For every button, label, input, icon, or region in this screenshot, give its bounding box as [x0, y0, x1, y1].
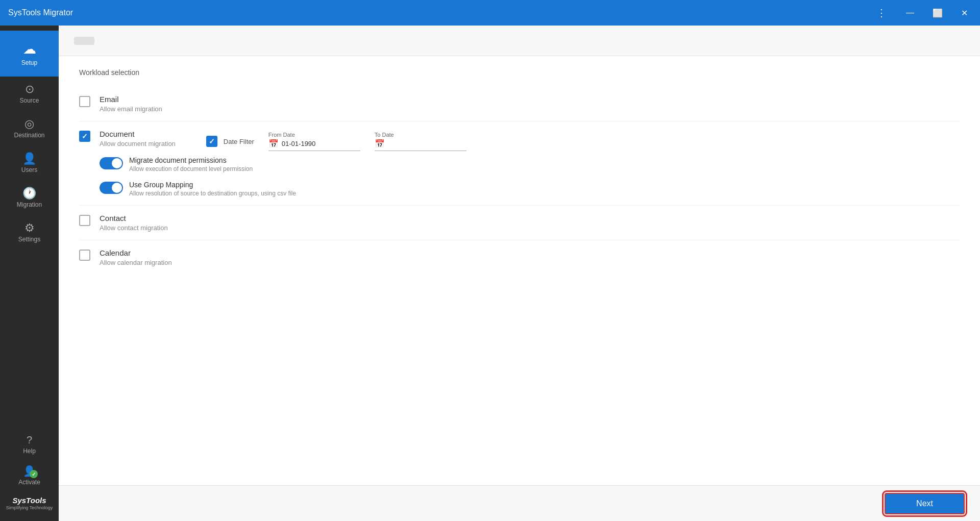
email-checkbox[interactable]: [79, 96, 90, 107]
sidebar-item-users[interactable]: 👤 Users: [0, 146, 59, 181]
sidebar-item-source[interactable]: ⊙ Source: [0, 77, 59, 111]
sidebar-item-setup[interactable]: ☁ Setup: [0, 31, 59, 77]
permissions-text: Migrate document permissions Allow execu…: [129, 156, 253, 172]
sidebar-item-activate-label: Activate: [18, 479, 40, 486]
brand-sub: Simplifying Technology: [6, 505, 53, 511]
titlebar: SysTools Migrator ⋮ — ⬜ ✕: [0, 0, 980, 26]
cloud-icon: ☁: [23, 41, 36, 57]
sidebar: ☁ Setup ⊙ Source ◎ Destination 👤 Users 🕐…: [0, 26, 59, 521]
permissions-toggle[interactable]: [100, 157, 123, 169]
from-date-field[interactable]: 📅 01-01-1990: [268, 139, 360, 151]
document-info: Document Allow document migration: [100, 130, 176, 147]
workload-calendar: Calendar Allow calendar migration: [79, 240, 960, 275]
app-layout: ☁ Setup ⊙ Source ◎ Destination 👤 Users 🕐…: [0, 26, 980, 521]
document-desc: Allow document migration: [100, 140, 176, 147]
app-title: SysTools Migrator: [8, 8, 872, 17]
sidebar-item-migration[interactable]: 🕐 Migration: [0, 181, 59, 215]
minimize-button[interactable]: —: [902, 6, 918, 19]
sidebar-item-activate[interactable]: 👤 ✓ Activate: [0, 460, 59, 491]
document-main-row: Document Allow document migration Date F…: [79, 130, 960, 151]
contact-checkbox[interactable]: [79, 215, 90, 226]
sidebar-item-help-label: Help: [23, 448, 36, 455]
from-date-label: From Date: [268, 132, 360, 138]
to-date-field[interactable]: 📅: [375, 139, 467, 151]
email-desc: Allow email migration: [100, 105, 960, 113]
sub-option-permissions: Migrate document permissions Allow execu…: [100, 156, 296, 172]
sidebar-item-destination[interactable]: ◎ Destination: [0, 111, 59, 146]
close-button[interactable]: ✕: [957, 6, 972, 20]
workload-email: Email Allow email migration: [79, 87, 960, 121]
group-mapping-name: Use Group Mapping: [129, 181, 296, 189]
from-date-value: 01-01-1990: [282, 140, 360, 147]
migration-icon: 🕐: [22, 188, 36, 199]
calendar-desc: Allow calendar migration: [100, 259, 960, 266]
to-date-calendar-icon: 📅: [375, 139, 385, 148]
document-name: Document: [100, 130, 176, 138]
bottom-bar: Next: [59, 485, 980, 521]
calendar-checkbox-wrap: [79, 249, 100, 261]
document-checkbox[interactable]: [79, 131, 90, 142]
maximize-button[interactable]: ⬜: [928, 6, 947, 20]
source-icon: ⊙: [25, 84, 34, 95]
content-area: Workload selection Email Allow email mig…: [59, 56, 980, 485]
calendar-info: Calendar Allow calendar migration: [100, 249, 960, 266]
from-date-calendar-icon: 📅: [268, 139, 279, 148]
contact-name: Contact: [100, 214, 960, 222]
contact-checkbox-wrap: [79, 214, 100, 226]
step-indicator: [74, 37, 94, 45]
contact-desc: Allow contact migration: [100, 224, 960, 232]
document-checkbox-wrap: [79, 130, 100, 142]
calendar-name: Calendar: [100, 249, 960, 257]
users-icon: 👤: [22, 153, 36, 164]
email-name: Email: [100, 95, 960, 104]
workload-contact: Contact Allow contact migration: [79, 206, 960, 240]
brand-name: SysTools: [6, 496, 53, 505]
email-info: Email Allow email migration: [100, 95, 960, 113]
group-mapping-desc: Allow resolution of source to destinatio…: [129, 190, 296, 197]
more-options-button[interactable]: ⋮: [872, 5, 892, 21]
date-filter-checkbox[interactable]: [206, 136, 217, 147]
workload-document: Document Allow document migration Date F…: [79, 121, 960, 206]
sub-option-group-mapping: Use Group Mapping Allow resolution of so…: [100, 181, 296, 197]
permissions-desc: Allow execution of document level permis…: [129, 165, 253, 172]
permissions-name: Migrate document permissions: [129, 156, 253, 164]
next-button[interactable]: Next: [885, 493, 965, 514]
from-date-wrap: From Date 📅 01-01-1990: [268, 132, 360, 151]
section-title: Workload selection: [79, 68, 960, 77]
document-sub-options: Migrate document permissions Allow execu…: [100, 156, 296, 197]
activate-badge: ✓: [30, 470, 38, 478]
contact-info: Contact Allow contact migration: [100, 214, 960, 232]
main-content: Workload selection Email Allow email mig…: [59, 26, 980, 521]
to-date-wrap: To Date 📅: [375, 132, 467, 151]
email-checkbox-wrap: [79, 95, 100, 107]
date-filter-label: Date Filter: [224, 138, 254, 145]
date-filter-row: Date Filter From Date 📅 01-01-1990 To Da…: [206, 132, 960, 151]
sidebar-item-settings[interactable]: ⚙ Settings: [0, 215, 59, 250]
help-icon: ?: [27, 434, 32, 446]
group-mapping-toggle[interactable]: [100, 182, 123, 194]
window-controls: ⋮ — ⬜ ✕: [872, 5, 972, 21]
group-mapping-text: Use Group Mapping Allow resolution of so…: [129, 181, 296, 197]
settings-icon: ⚙: [24, 222, 35, 234]
destination-icon: ◎: [24, 118, 34, 130]
sidebar-item-help[interactable]: ? Help: [0, 429, 59, 460]
to-date-label: To Date: [375, 132, 467, 138]
calendar-checkbox[interactable]: [79, 250, 90, 261]
brand: SysTools Simplifying Technology: [1, 491, 58, 516]
activate-icon-wrap: 👤 ✓: [23, 465, 36, 477]
sidebar-bottom: ? Help 👤 ✓ Activate SysTools Simplifying…: [0, 429, 59, 521]
main-topbar: [59, 26, 980, 56]
